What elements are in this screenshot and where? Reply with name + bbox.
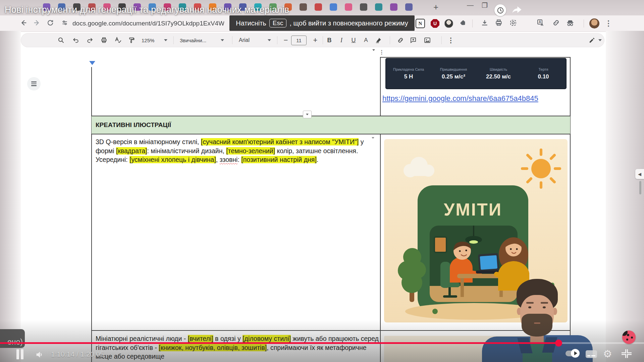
toolbar-divider <box>441 36 442 44</box>
italic-button[interactable]: I <box>340 37 342 44</box>
settings-gear-icon[interactable]: ⚙ <box>603 348 612 360</box>
pause-icon[interactable] <box>16 349 19 359</box>
window <box>434 237 446 252</box>
window-minimize-button[interactable]: — <box>467 1 474 9</box>
text-color-button[interactable]: A <box>364 38 368 43</box>
style-caret-icon[interactable] <box>221 39 224 41</box>
tab-favicon[interactable] <box>345 3 352 11</box>
tab-favicon[interactable] <box>360 3 367 11</box>
toolbar-more-kebab-icon[interactable]: ⋮ <box>447 36 454 44</box>
editing-mode-pencil-icon[interactable] <box>589 37 595 44</box>
table-caret-icon[interactable] <box>372 51 375 57</box>
undo-icon[interactable] <box>72 37 79 44</box>
highlight-color-icon[interactable] <box>375 37 382 44</box>
document-outline-button[interactable] <box>27 77 41 90</box>
pause-icon[interactable] <box>21 349 23 359</box>
esc-key-badge: Esc <box>269 19 287 27</box>
scrollbar-thumb[interactable] <box>639 181 641 194</box>
video-right-edge <box>606 31 644 362</box>
browser-menu-kebab-icon[interactable]: ⋮ <box>605 19 612 28</box>
avatar-extension-icon[interactable] <box>444 19 453 28</box>
prompt-paragraph-1[interactable]: 3D Q-версія в мініатюрному стилі, [сучас… <box>96 137 377 164</box>
font-caret-icon[interactable] <box>268 39 271 41</box>
subtitles-icon[interactable] <box>586 350 597 358</box>
zoom-select[interactable]: 125% <box>142 38 154 43</box>
insert-link-icon[interactable] <box>397 37 404 44</box>
download-icon[interactable] <box>481 19 489 28</box>
underline-button[interactable]: U <box>352 37 356 44</box>
tab-favicon[interactable] <box>300 3 307 11</box>
text: . <box>317 156 318 163</box>
insert-image-icon[interactable] <box>424 37 431 44</box>
tab-favicon[interactable] <box>405 3 413 11</box>
font-size-input[interactable]: 11 <box>291 36 307 45</box>
autoplay-knob[interactable] <box>571 349 580 358</box>
fullscreen-esc-toast: Натисніть Esc , щоб вийти з повноекранно… <box>229 15 415 31</box>
section-header-row[interactable]: КРЕАТИВНІ ІЛЮСТРАЦІЇ <box>92 116 570 134</box>
font-size-decrease-button[interactable]: − <box>284 36 288 45</box>
incognito-icon[interactable] <box>566 19 575 28</box>
editing-mode-caret-icon[interactable] <box>598 39 602 41</box>
back-icon[interactable] <box>20 19 27 28</box>
booth-label: УМІТИ <box>444 200 502 219</box>
highlighted-text: [квадрата] <box>116 147 147 155</box>
link-copy-icon[interactable] <box>552 19 560 28</box>
paragraph-style-select[interactable]: Звичайни... <box>180 38 206 43</box>
site-info-icon[interactable] <box>61 19 68 27</box>
toolbar-divider <box>472 19 473 27</box>
gemini-share-link[interactable]: https://gemini.google.com/share/6aa675a4… <box>382 93 569 104</box>
search-icon[interactable] <box>58 37 64 44</box>
notion-extension-icon[interactable]: N <box>416 19 425 28</box>
seek-back-tab[interactable]: ◀ <box>635 169 644 179</box>
metric: Прикладена Сила5 Н <box>386 67 431 80</box>
spellcheck-icon[interactable] <box>115 37 122 44</box>
add-comment-icon[interactable] <box>410 37 417 44</box>
progress-bar-played[interactable] <box>0 342 558 344</box>
forward-icon[interactable] <box>33 19 41 28</box>
translate-icon[interactable]: A <box>537 19 545 28</box>
extensions-puzzle-icon[interactable] <box>459 19 467 28</box>
progress-scrubber[interactable] <box>555 340 562 347</box>
share-arrow-icon[interactable] <box>510 3 524 17</box>
text: 3D Q-версія в мініатюрному стилі, <box>96 138 201 145</box>
watch-later-clock-icon[interactable] <box>494 4 506 16</box>
metric: Швидкість22.50 м/с <box>476 67 521 80</box>
window-maximize-button[interactable]: ❐ <box>482 1 488 9</box>
font-size-increase-button[interactable]: + <box>313 36 318 45</box>
toast-prefix: Натисніть <box>236 19 266 27</box>
toolbar-divider <box>584 19 584 27</box>
ublock-extension-icon[interactable]: U <box>431 19 439 28</box>
table-kebab-icon[interactable]: ⋮ <box>379 49 384 55</box>
text: : мінімалістичний дизайн, <box>147 147 226 155</box>
table-column-marker-icon[interactable] <box>89 61 95 65</box>
new-tab-button[interactable]: + <box>433 2 438 12</box>
reload-icon[interactable] <box>47 19 54 28</box>
font-select[interactable]: Arial <box>239 37 250 43</box>
tab-favicon[interactable] <box>390 3 397 11</box>
profile-avatar[interactable] <box>589 18 599 28</box>
table-border <box>91 134 571 134</box>
redo-icon[interactable] <box>87 37 93 44</box>
laptop <box>476 253 501 274</box>
print-icon[interactable] <box>101 37 107 44</box>
tab-favicon[interactable] <box>315 3 322 11</box>
table-menu-dropdown-button[interactable] <box>303 111 312 118</box>
paint-format-icon[interactable] <box>128 37 135 44</box>
volume-icon[interactable] <box>35 350 44 361</box>
physics-metrics-panel: Прикладена Сила5 НПришвидшення0.25 м/с²Ш… <box>385 58 567 89</box>
bold-button[interactable]: B <box>327 37 332 44</box>
table-border <box>380 57 571 58</box>
print-icon[interactable] <box>495 19 503 28</box>
video-title: Нові інструменти для генерації та редагу… <box>5 5 289 15</box>
exit-fullscreen-icon[interactable] <box>622 349 632 358</box>
tab-favicon[interactable] <box>375 3 382 11</box>
screenshot-icon[interactable] <box>509 19 517 28</box>
url-text[interactable]: docs.google.com/document/d/1SI7y9OLkdpp1… <box>72 20 224 27</box>
eye <box>528 306 531 308</box>
table-border <box>570 57 571 362</box>
ladybug-extension-icon[interactable] <box>622 330 636 344</box>
zoom-caret-icon[interactable] <box>164 39 167 41</box>
toolbar-divider <box>173 36 174 44</box>
tab-favicon[interactable] <box>330 3 337 11</box>
metric: Тертя0.10 <box>521 67 566 80</box>
